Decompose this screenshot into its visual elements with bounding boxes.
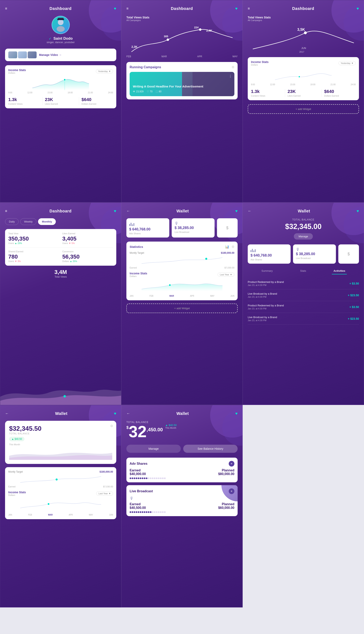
tab-summary[interactable]: Summary xyxy=(260,268,274,274)
profile-subtitle: singer, dancer, youtuber xyxy=(5,41,116,44)
panel-dashboard-income: ≡ Dashboard ♥ Total Views Stats All Camp… xyxy=(243,0,364,202)
heart-icon[interactable]: ♥ xyxy=(114,6,116,11)
campaign-title: Running Campaigns xyxy=(130,65,161,69)
campaign-header: Running Campaigns ⚙ xyxy=(130,65,234,69)
video-card[interactable]: Manage Video → xyxy=(5,49,116,61)
stats-row: 1.3k Content Views 23K Likes Earned $640… xyxy=(8,97,113,105)
adv-title: Live Broadcast xyxy=(130,489,153,493)
panel-title: Dashboard xyxy=(292,6,314,11)
period-badge[interactable]: Yesterday ▼ xyxy=(96,69,113,73)
stats-actions: 📊 ⚙ xyxy=(225,245,234,249)
stats-subtitle: Dollars xyxy=(8,494,26,496)
add-widget[interactable]: + add Widget xyxy=(248,104,359,114)
svg-point-7 xyxy=(199,29,201,31)
panel-title: Dashboard xyxy=(50,6,72,11)
svg-point-21 xyxy=(48,503,50,505)
panel3-chart: 3,5K JUN 2017 xyxy=(248,25,359,57)
month-jun: JUN xyxy=(230,295,234,297)
earned-row: Earned $7,030.00 xyxy=(8,485,113,488)
progress-dots xyxy=(130,478,234,479)
wallet-amount: $ 38,285.00 xyxy=(296,252,333,256)
svg-point-12 xyxy=(304,32,306,34)
campaign-shares: ⬚ 80 xyxy=(156,90,161,93)
panel-wallet-stats: ← Wallet ♥ $ 640,768.00 Adv Shares 🎙 $ 3… xyxy=(121,202,243,405)
panel-title: Dashboard xyxy=(50,209,72,214)
tab-monthly[interactable]: Monthly xyxy=(38,218,56,225)
total-views-title: Total Views Stats xyxy=(248,16,359,19)
gear-icon[interactable]: ⚙ xyxy=(232,245,234,249)
plus-button[interactable]: + xyxy=(229,461,234,467)
big-balance-display: TOTAL BALANCE $ 32 ,450.00 ▲ $40.50 This… xyxy=(126,421,238,440)
back-button[interactable]: ← xyxy=(248,209,251,213)
tab-stats[interactable]: Stats xyxy=(298,268,308,274)
gear-icon[interactable]: ⚙ xyxy=(232,65,234,69)
change-up: ▲ 23% xyxy=(15,242,22,244)
progress-dots xyxy=(130,511,234,513)
profile-name: Saint Dodo xyxy=(54,37,72,41)
action-buttons: Manage See Balance History xyxy=(126,445,238,453)
balance-history-button[interactable]: See Balance History xyxy=(183,445,238,453)
mic-icon: 🎙 xyxy=(296,247,333,252)
back-button[interactable]: ← xyxy=(126,411,130,416)
menu-icon[interactable]: ≡ xyxy=(5,209,7,213)
heart-icon[interactable]: ♥ xyxy=(356,209,359,214)
gear-icon[interactable]: ⚙ xyxy=(110,424,113,428)
manage-video-text[interactable]: Manage Video → xyxy=(39,53,113,57)
chevron-down-icon: ▼ xyxy=(108,492,111,495)
balance-number: $ 32 ,450.00 ▲ $40.50 This Month xyxy=(126,424,238,440)
heart-icon[interactable]: ♥ xyxy=(235,411,238,416)
earned-amount: $7,030.00 xyxy=(224,267,234,269)
period-badge[interactable]: Last Year ▼ xyxy=(218,273,234,277)
menu-icon[interactable]: ≡ xyxy=(126,7,128,11)
chevron-down-icon: ▼ xyxy=(351,62,354,64)
more-icon[interactable]: ⋮ xyxy=(229,74,232,78)
metric-shared: Shared Earned 780 Users ▼ 3% xyxy=(8,250,59,262)
menu-icon[interactable]: ≡ xyxy=(248,7,250,11)
metric-sub: Users ▼ 5% xyxy=(62,242,113,244)
target-label: Montly Target xyxy=(130,252,144,254)
stats-title: Income Stats xyxy=(130,272,147,275)
metric-label: Shared Earned xyxy=(8,250,59,253)
heart-icon[interactable]: ♥ xyxy=(235,209,238,214)
manage-button[interactable]: Manage xyxy=(126,445,181,453)
stat-divider xyxy=(42,97,42,105)
mini-bars-icon xyxy=(250,247,288,252)
total-balance-label: TOTAL BALANCE xyxy=(248,218,359,221)
metric-total-view: Total View 350,350 Users ▲ 23% xyxy=(8,232,59,244)
svg-point-1 xyxy=(56,26,65,32)
month-feb: FEB xyxy=(28,514,32,516)
period-badge[interactable]: Last Year ▼ xyxy=(96,491,113,496)
panel-header: ← Wallet ♥ xyxy=(126,411,238,416)
chart-icon[interactable]: 📊 xyxy=(225,245,229,249)
heart-icon[interactable]: ♥ xyxy=(114,411,116,416)
menu-icon[interactable]: ≡ xyxy=(5,7,7,11)
video-thumb-1 xyxy=(8,51,17,58)
wallet-cards-row: $ 640,768.00 Adv Shares 🎙 $ 38,285.00 Li… xyxy=(248,244,359,264)
tab-weekly[interactable]: Weekly xyxy=(20,218,36,225)
panel-title: Wallet xyxy=(55,411,67,416)
panel-dashboard-campaigns: ≡ Dashboard ♥ Total Views Stats All Camp… xyxy=(121,0,243,202)
campaign-stats: 👁 23,929 ♡ 70 ⬚ 80 xyxy=(133,90,231,93)
adv-title: Adv Shares xyxy=(130,462,148,466)
metric-label: Conversion xyxy=(62,250,113,253)
period-badge[interactable]: Yesterday ▼ xyxy=(338,61,356,65)
plus-button[interactable]: + xyxy=(229,488,234,494)
heart-icon[interactable]: ♥ xyxy=(235,6,238,11)
tab-daily[interactable]: Daily xyxy=(5,218,18,225)
month-may: MAY xyxy=(210,295,214,297)
tab-activities[interactable]: Activities xyxy=(332,268,347,274)
panel-header: ← Wallet ♥ xyxy=(126,209,238,214)
heart-icon[interactable]: ♥ xyxy=(114,209,116,214)
back-button[interactable]: ← xyxy=(126,209,130,213)
income-chart-small xyxy=(251,68,356,82)
panel-header: ≡ Dashboard ♥ xyxy=(248,6,359,11)
manage-button[interactable]: Manage xyxy=(294,233,313,240)
stat-likes: 23K Likes Earned xyxy=(45,97,76,105)
heart-icon[interactable]: ♥ xyxy=(356,6,359,11)
metrics-row-1: Total View 350,350 Users ▲ 23% Likes Ear… xyxy=(8,232,113,244)
add-widget[interactable]: + add Widget xyxy=(126,304,238,313)
activity-name: Live Brodcast by a Brand xyxy=(248,316,277,319)
back-button[interactable]: ← xyxy=(5,411,9,416)
metric-value: 780 xyxy=(8,254,59,260)
mic-icon: 🎙 xyxy=(174,221,212,226)
